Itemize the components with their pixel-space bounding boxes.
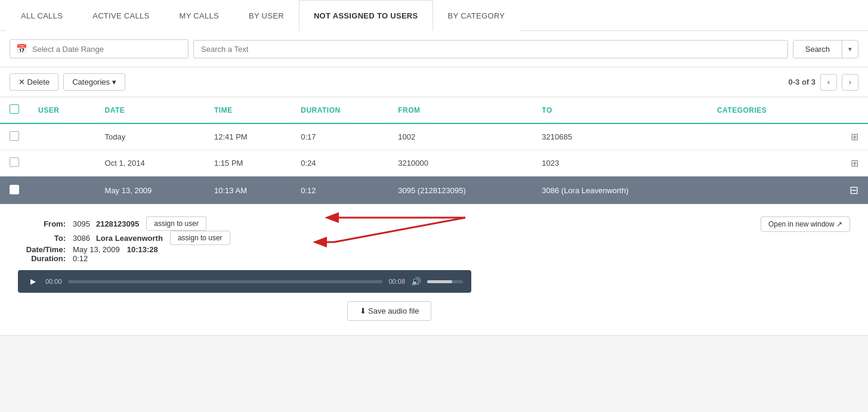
row-time: 12:41 PM (205, 123, 291, 150)
from-label: From: (18, 219, 66, 228)
row-user (29, 123, 95, 150)
table-row-expanded: May 13, 2009 10:13 AM 0:12 3095 (2128123… (0, 176, 868, 205)
row-from: 3210000 (388, 150, 532, 176)
row-user (29, 150, 95, 176)
calendar-icon: 📅 (16, 44, 27, 54)
col-duration: DURATION (291, 97, 388, 123)
col-user: USER (29, 97, 95, 123)
row-date: Oct 1, 2014 (95, 150, 205, 176)
table-header-row: USER DATE TIME DURATION FROM TO CATEGORI… (0, 97, 868, 123)
datetime-date: May 13, 2009 (73, 245, 120, 254)
detail-top-row: From: 3095 2128123095 assign to user To:… (18, 216, 850, 321)
row-from: 1002 (388, 123, 532, 150)
audio-progress-track[interactable] (68, 280, 383, 283)
pagination-count: 0-3 of 3 (788, 78, 816, 86)
row-to: 3210685 (532, 123, 708, 150)
row-expand[interactable]: ⊞ (821, 123, 868, 150)
pagination-info: 0-3 of 3 ‹ › (788, 74, 858, 91)
table-row: Today 12:41 PM 0:17 1002 3210685 ⊞ (0, 123, 868, 150)
table-row: Oct 1, 2014 1:15 PM 0:24 3210000 1023 ⊞ (0, 150, 868, 176)
search-button[interactable]: Search (793, 41, 842, 58)
row-categories (708, 176, 821, 205)
next-page-button[interactable]: › (842, 74, 858, 91)
select-all-header[interactable] (0, 97, 29, 123)
volume-icon[interactable]: 🔊 (411, 277, 421, 286)
row-expand[interactable]: ⊞ (821, 150, 868, 176)
audio-start-time: 00:00 (45, 278, 62, 285)
to-name: Lora Leavenworth (96, 234, 163, 243)
datetime-label: Date/Time: (18, 245, 66, 254)
detail-to-row: To: 3086 Lora Leavenworth assign to user (18, 231, 761, 245)
col-date: DATE (95, 97, 205, 123)
audio-player: ▶ 00:00 00:08 🔊 (18, 270, 471, 293)
tab-not-assigned[interactable]: NOT ASSIGNED TO USERS (299, 0, 433, 31)
play-button[interactable]: ▶ (26, 275, 39, 288)
row-duration: 0:17 (291, 123, 388, 150)
row-checkbox[interactable] (10, 131, 19, 141)
open-in-new-window-button[interactable]: Open in new window ↗ (761, 216, 850, 232)
datetime-time: 10:13:28 (127, 245, 158, 254)
duration-label: Duration: (18, 254, 66, 263)
volume-fill (427, 280, 452, 283)
calls-table: USER DATE TIME DURATION FROM TO CATEGORI… (0, 97, 868, 336)
audio-end-time: 00:08 (388, 278, 405, 285)
row-time: 10:13 AM (205, 176, 291, 205)
row-categories (708, 123, 821, 150)
date-range-input[interactable] (32, 45, 182, 54)
detail-duration-row: Duration: 0:12 (18, 254, 761, 263)
assign-to-button[interactable]: assign to user (170, 231, 230, 245)
save-audio-button[interactable]: ⬇ Save audio file (347, 301, 432, 321)
detail-datetime-row: Date/Time: May 13, 2009 10:13:28 (18, 245, 761, 254)
search-btn-group: Search ▾ (793, 40, 858, 58)
tab-active-calls[interactable]: ACTIVE CALLS (78, 0, 164, 31)
from-number-full: 2128123095 (96, 219, 139, 228)
open-window-wrapper: Open in new window ↗ (761, 216, 850, 232)
row-to: 1023 (532, 150, 708, 176)
col-from: FROM (388, 97, 532, 123)
row-duration: 0:24 (291, 150, 388, 176)
row-to: 3086 (Lora Leavenworth) (532, 176, 708, 205)
action-bar: ✕ Delete Categories ▾ 0-3 of 3 ‹ › (0, 67, 868, 97)
row-collapse[interactable]: ⊟ (821, 176, 868, 205)
col-categories: CATEGORIES (708, 97, 821, 123)
row-checkbox-cell[interactable] (0, 176, 29, 205)
row-time: 1:15 PM (205, 150, 291, 176)
col-time: TIME (205, 97, 291, 123)
toolbar: 📅 Search ▾ (0, 31, 868, 67)
search-dropdown-button[interactable]: ▾ (842, 41, 858, 58)
row-date: May 13, 2009 (95, 176, 205, 205)
tab-my-calls[interactable]: MY CALLS (165, 0, 234, 31)
row-checkbox-cell[interactable] (0, 150, 29, 176)
tab-by-category[interactable]: BY CATEGORY (433, 0, 520, 31)
row-user (29, 176, 95, 205)
row-duration: 0:12 (291, 176, 388, 205)
delete-button[interactable]: ✕ Delete (10, 73, 58, 91)
from-number: 3095 (73, 219, 90, 228)
col-actions (821, 97, 868, 123)
to-number: 3086 (73, 234, 90, 243)
search-text-input[interactable] (193, 40, 788, 58)
to-label: To: (18, 234, 66, 243)
row-date: Today (95, 123, 205, 150)
tab-by-user[interactable]: BY USER (234, 0, 299, 31)
row-checkbox-cell[interactable] (0, 123, 29, 150)
row-checkbox[interactable] (10, 185, 19, 194)
row-checkbox[interactable] (10, 157, 19, 167)
select-all-checkbox[interactable] (10, 104, 19, 114)
col-to: TO (532, 97, 708, 123)
duration-value: 0:12 (73, 254, 88, 263)
categories-button[interactable]: Categories ▾ (63, 73, 125, 91)
detail-from-row: From: 3095 2128123095 assign to user (18, 216, 761, 231)
row-from: 3095 (2128123095) (388, 176, 532, 205)
row-categories (708, 150, 821, 176)
date-range-wrapper: 📅 (10, 39, 189, 58)
prev-page-button[interactable]: ‹ (820, 74, 837, 91)
tabs-bar: ALL CALLS ACTIVE CALLS MY CALLS BY USER … (0, 0, 868, 31)
volume-track[interactable] (427, 280, 463, 283)
detail-panel: From: 3095 2128123095 assign to user To:… (0, 205, 868, 336)
assign-from-button[interactable]: assign to user (146, 216, 206, 231)
tab-all-calls[interactable]: ALL CALLS (6, 0, 78, 31)
detail-fields: From: 3095 2128123095 assign to user To:… (18, 216, 761, 321)
collapse-icon[interactable]: ⊟ (850, 184, 858, 196)
